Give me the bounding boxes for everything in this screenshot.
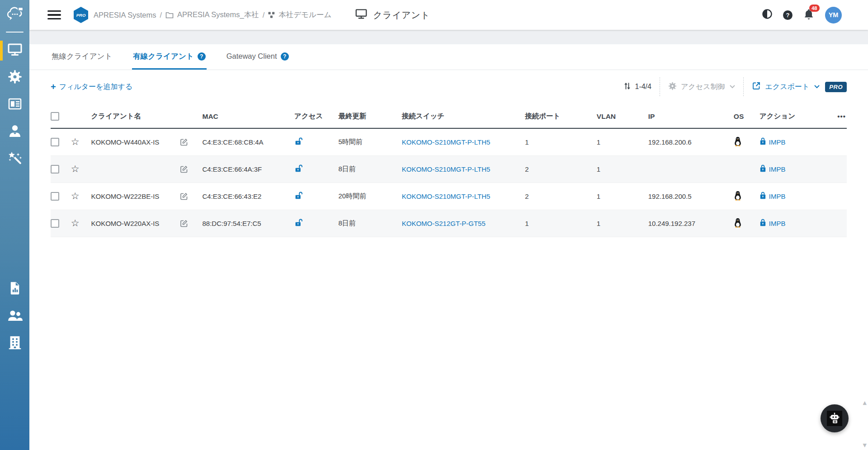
access-unlocked-icon[interactable] xyxy=(294,191,303,200)
impb-action-button[interactable]: IMPB xyxy=(760,164,825,173)
tab-help-icon[interactable]: ? xyxy=(281,52,289,61)
access-control-button[interactable]: アクセス制御 xyxy=(668,82,736,92)
client-table-row[interactable]: ☆ KOKOMO-W440AX-IS C4:E3:CE:68:CB:4A xyxy=(51,128,847,155)
lock-icon xyxy=(760,137,766,146)
header-access[interactable]: アクセス xyxy=(294,103,339,128)
client-table-row[interactable]: ☆ KOKOMO-W220AX-IS 88:DC:97:54:E7:C5 xyxy=(51,210,847,237)
column-settings-button[interactable]: ••• xyxy=(837,112,846,120)
star-column-header xyxy=(71,103,91,128)
contrast-theme-icon[interactable] xyxy=(762,9,772,21)
header-ip[interactable]: IP xyxy=(648,103,734,128)
client-vlan: 1 xyxy=(597,128,648,155)
sidebar-item-wizard[interactable] xyxy=(0,145,29,173)
edit-name-icon[interactable] xyxy=(180,192,188,200)
top-header: PRO APRESIA Systems / APRESIA Systems_本社… xyxy=(29,0,868,30)
page-title-group: クライアント xyxy=(355,9,430,21)
pagination-group[interactable]: 1-4/4 xyxy=(624,82,651,92)
client-ip: 192.168.200.5 xyxy=(648,183,734,210)
header-last-update[interactable]: 最終更新 xyxy=(338,103,401,128)
client-ip xyxy=(648,155,734,183)
clients-table: クライアント名 MAC アクセス 最終更新 接続スイッチ 接続ポート VLAN … xyxy=(51,103,847,237)
header-client-name[interactable]: クライアント名 xyxy=(91,103,202,128)
network-site-icon xyxy=(268,12,275,19)
person-tie-icon xyxy=(8,124,22,140)
header-switch[interactable]: 接続スイッチ xyxy=(402,103,525,128)
switch-link[interactable]: KOKOMO-S210MGT-P-LTH5 xyxy=(402,165,491,173)
scrollbar-down-icon[interactable]: ▼ xyxy=(863,442,867,448)
sidebar-item-news[interactable] xyxy=(0,91,29,118)
tab-help-icon[interactable]: ? xyxy=(198,52,206,61)
user-avatar[interactable]: YM xyxy=(825,7,842,23)
favorite-star-icon[interactable]: ☆ xyxy=(71,136,80,147)
building-icon xyxy=(8,336,22,351)
header-vlan[interactable]: VLAN xyxy=(597,103,648,128)
favorite-star-icon[interactable]: ☆ xyxy=(71,218,80,229)
assistant-fab-button[interactable] xyxy=(821,404,849,432)
sidebar-item-organization[interactable] xyxy=(0,330,29,357)
export-button[interactable]: エクスポート xyxy=(752,81,820,92)
client-mac: C4:E3:CE:66:4A:3F xyxy=(203,155,294,183)
sidebar-item-admin[interactable] xyxy=(0,118,29,145)
row-checkbox[interactable] xyxy=(51,192,59,201)
tab-bar: 無線クライアント 有線クライアント ? Gateway Client ? xyxy=(29,44,868,70)
sidebar-item-reports[interactable] xyxy=(0,276,29,303)
switch-link[interactable]: KOKOMO-S210MGT-P-LTH5 xyxy=(402,192,491,200)
header-mac[interactable]: MAC xyxy=(203,103,294,128)
header-action[interactable]: アクション xyxy=(760,103,827,128)
tab-gateway-client[interactable]: Gateway Client ? xyxy=(226,44,290,70)
breadcrumb-site[interactable]: APRESIA Systems_本社 xyxy=(177,10,259,20)
impb-action-button[interactable]: IMPB xyxy=(760,192,825,201)
switch-link[interactable]: KOKOMO-S212GT-P-GT55 xyxy=(402,220,486,227)
impb-action-button[interactable]: IMPB xyxy=(760,219,825,228)
lock-icon xyxy=(760,192,766,201)
news-icon xyxy=(8,98,22,112)
topbar-actions: ? 48 YM xyxy=(762,7,842,23)
header-port[interactable]: 接続ポート xyxy=(525,103,597,128)
chevron-down-icon xyxy=(730,85,735,89)
access-unlocked-icon[interactable] xyxy=(294,164,303,173)
cloud-chat-logo-icon xyxy=(6,6,24,23)
edit-name-icon[interactable] xyxy=(180,138,188,146)
sidebar-item-clients[interactable] xyxy=(0,37,29,64)
client-vlan: 1 xyxy=(597,210,648,237)
breadcrumb-room[interactable]: 本社デモルーム xyxy=(278,10,331,20)
client-vlan: 1 xyxy=(597,183,648,210)
toolbar-divider xyxy=(743,77,744,96)
impb-action-button[interactable]: IMPB xyxy=(760,137,825,146)
row-checkbox[interactable] xyxy=(51,165,59,173)
chevron-down-icon xyxy=(814,85,820,89)
edit-name-icon[interactable] xyxy=(180,165,188,173)
gear-small-icon xyxy=(668,82,677,92)
edit-name-icon[interactable] xyxy=(180,219,188,227)
add-filter-button[interactable]: + フィルターを追加する xyxy=(51,82,132,92)
favorite-star-icon[interactable]: ☆ xyxy=(71,164,80,174)
impb-label: IMPB xyxy=(769,220,786,227)
access-unlocked-icon[interactable] xyxy=(294,218,303,227)
sidebar-item-settings[interactable] xyxy=(0,64,29,91)
favorite-star-icon[interactable]: ☆ xyxy=(71,191,80,202)
notifications-bell[interactable]: 48 xyxy=(803,8,814,22)
hamburger-menu-icon[interactable] xyxy=(47,10,61,20)
os-linux-icon xyxy=(734,140,742,148)
monitor-icon xyxy=(7,43,23,58)
header-os[interactable]: OS xyxy=(734,103,760,128)
client-table-row[interactable]: ☆ C4:E3:CE:66:4A:3F xyxy=(51,155,847,183)
sidebar-item-users[interactable] xyxy=(0,303,29,330)
sidebar xyxy=(0,0,29,450)
client-port: 2 xyxy=(525,155,597,183)
row-checkbox[interactable] xyxy=(51,219,59,228)
sidebar-divider xyxy=(6,32,24,33)
row-checkbox[interactable] xyxy=(51,138,59,146)
scrollbar-up-icon[interactable]: ▲ xyxy=(863,400,867,406)
client-table-row[interactable]: ☆ KOKOMO-W222BE-IS C4:E3:CE:66:43:E2 xyxy=(51,183,847,210)
select-all-checkbox[interactable] xyxy=(51,112,59,121)
sidebar-logo[interactable] xyxy=(0,0,29,30)
help-icon[interactable]: ? xyxy=(783,10,793,20)
tab-wired-clients[interactable]: 有線クライアント ? xyxy=(132,44,206,70)
client-port: 1 xyxy=(525,128,597,155)
switch-link[interactable]: KOKOMO-S210MGT-P-LTH5 xyxy=(402,138,491,146)
breadcrumb-org[interactable]: APRESIA Systems xyxy=(94,11,156,19)
tab-wireless-clients[interactable]: 無線クライアント xyxy=(51,44,113,70)
access-unlocked-icon[interactable] xyxy=(294,137,303,145)
impb-label: IMPB xyxy=(769,138,786,146)
